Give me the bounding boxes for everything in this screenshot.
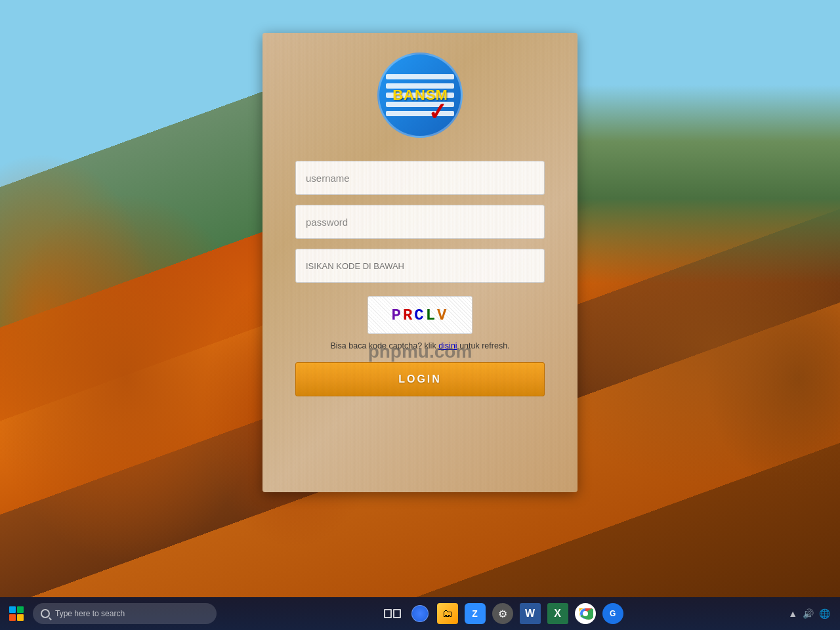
password-input[interactable] [295, 205, 545, 239]
cortana-icon [411, 605, 429, 622]
password-group [295, 205, 545, 239]
taskbar-chrome2[interactable]: G [600, 601, 625, 626]
captcha-char-1: P [391, 306, 402, 324]
taskbar-network-icon: 🌐 [819, 608, 830, 619]
captcha-hint-text2: untuk refresh. [459, 341, 509, 350]
windows-logo [9, 606, 24, 621]
settings-icon: ⚙ [492, 603, 513, 624]
taskbar-task-view[interactable] [380, 601, 405, 626]
start-button[interactable] [3, 600, 30, 627]
task-view-icon [384, 609, 392, 618]
task-view-icon-2 [393, 609, 401, 618]
taskbar-cortana[interactable] [408, 601, 432, 626]
username-input[interactable] [295, 161, 545, 195]
taskbar-notification-icon: ▲ [788, 608, 797, 619]
taskbar-settings[interactable]: ⚙ [490, 601, 515, 626]
chrome-svg [578, 606, 593, 621]
search-icon [41, 609, 50, 618]
taskbar-zoom[interactable]: Z [463, 601, 488, 626]
captcha-code-group [295, 249, 545, 283]
captcha-char-4: L [426, 306, 437, 324]
taskbar-search[interactable]: Type here to search [33, 603, 217, 624]
captcha-input[interactable] [295, 249, 545, 283]
zoom-icon: Z [465, 603, 486, 624]
logo-stripe-1 [386, 74, 454, 79]
captcha-text: PRCLV [391, 306, 448, 324]
login-card: BAN SM ✓ PRCLV Bisa baca kode captcha? k… [262, 33, 578, 492]
taskbar: Type here to search 🗂 Z [0, 597, 840, 630]
word-icon: W [520, 603, 541, 624]
svg-point-2 [583, 611, 588, 616]
logo-checkmark: ✓ [427, 98, 449, 127]
captcha-char-5: V [437, 306, 448, 324]
excel-icon: X [547, 603, 568, 624]
captcha-refresh-link[interactable]: disini [438, 341, 457, 350]
taskbar-file-explorer[interactable]: 🗂 [435, 601, 460, 626]
windows-pane-2 [17, 606, 24, 613]
windows-pane-4 [17, 614, 24, 621]
login-button[interactable]: LOGIN [295, 362, 545, 396]
chrome2-icon: G [602, 603, 623, 624]
search-placeholder-text: Type here to search [55, 609, 125, 618]
captcha-char-2: R [403, 306, 414, 324]
logo: BAN SM ✓ [377, 52, 463, 138]
chrome-icon [575, 603, 596, 624]
taskbar-right: ▲ 🔊 🌐 [788, 608, 837, 619]
taskbar-language-icon: 🔊 [803, 608, 814, 619]
captcha-hint-text: Bisa baca kode captcha? klik [330, 341, 436, 350]
taskbar-excel[interactable]: X [545, 601, 570, 626]
file-explorer-icon: 🗂 [437, 603, 458, 624]
captcha-char-3: C [414, 306, 425, 324]
taskbar-chrome[interactable] [573, 601, 598, 626]
taskbar-word[interactable]: W [518, 601, 543, 626]
taskbar-apps: 🗂 Z ⚙ W X [217, 601, 788, 626]
logo-ban-text: BAN [392, 87, 426, 104]
username-group [295, 161, 545, 195]
windows-pane-1 [9, 606, 16, 613]
windows-pane-3 [9, 614, 16, 621]
captcha-image: PRCLV [368, 296, 472, 334]
captcha-hint: Bisa baca kode captcha? klik disini untu… [330, 341, 509, 352]
